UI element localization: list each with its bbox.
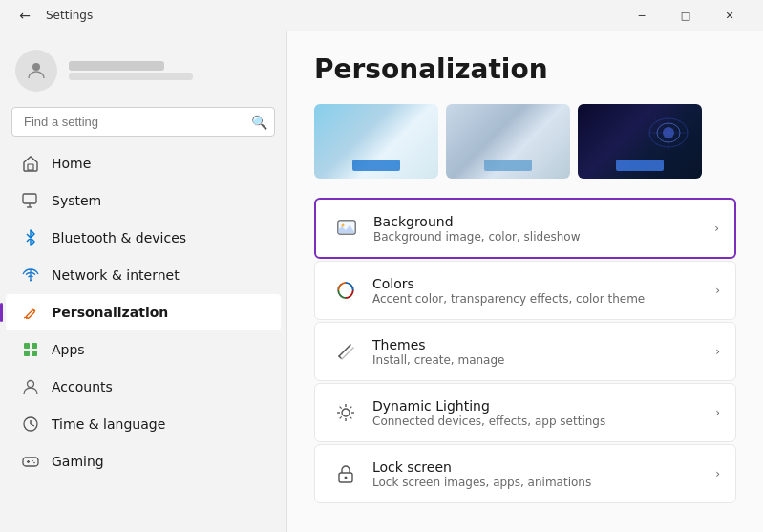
theme-thumb-dark[interactable] [578, 104, 702, 179]
theme-thumb-light[interactable] [314, 104, 438, 179]
svg-point-5 [30, 280, 32, 282]
user-info [69, 61, 193, 80]
close-button[interactable]: ✕ [708, 0, 752, 31]
background-desc: Background image, color, slideshow [373, 230, 714, 244]
dynamic-lighting-desc: Connected devices, effects, app settings [372, 415, 715, 428]
sidebar: 🔍 Home [0, 31, 286, 532]
svg-rect-8 [24, 343, 30, 349]
theme-thumbnails [314, 104, 736, 179]
apps-label: Apps [52, 342, 85, 357]
lock-screen-chevron: › [715, 467, 720, 480]
bluetooth-label: Bluetooth & devices [52, 230, 186, 245]
background-chevron: › [714, 222, 719, 235]
background-title: Background [373, 214, 714, 229]
svg-point-32 [342, 409, 350, 416]
minimize-button[interactable]: ─ [620, 0, 664, 31]
svg-point-20 [33, 462, 35, 464]
sidebar-item-bluetooth[interactable]: Bluetooth & devices [6, 220, 281, 256]
sidebar-nav: Home System [0, 145, 286, 479]
lock-screen-text: Lock screen Lock screen images, apps, an… [372, 459, 715, 489]
time-label: Time & language [52, 416, 165, 432]
app-title: Settings [46, 9, 93, 22]
theme-thumb-gray[interactable] [446, 104, 570, 179]
svg-line-38 [350, 416, 351, 418]
svg-point-19 [32, 460, 33, 462]
user-name-placeholder [69, 61, 164, 71]
titlebar: ← Settings ─ □ ✕ [0, 0, 763, 31]
svg-point-30 [342, 224, 345, 227]
settings-item-themes[interactable]: Themes Install, create, manage › [314, 322, 736, 381]
accounts-label: Accounts [52, 379, 113, 394]
system-label: System [52, 193, 101, 208]
colors-text: Colors Accent color, transparency effect… [372, 276, 715, 306]
themes-icon [330, 336, 361, 367]
colors-chevron: › [715, 284, 720, 297]
app-body: 🔍 Home [0, 31, 763, 532]
sidebar-item-time[interactable]: Time & language [6, 406, 281, 442]
network-icon [21, 266, 40, 285]
apps-icon [21, 340, 40, 359]
settings-item-lock-screen[interactable]: Lock screen Lock screen images, apps, an… [314, 444, 736, 503]
lock-screen-icon [330, 458, 361, 489]
avatar [15, 50, 57, 92]
search-icon: 🔍 [251, 115, 267, 130]
settings-item-dynamic-lighting[interactable]: Dynamic Lighting Connected devices, effe… [314, 383, 736, 442]
personalization-icon [21, 303, 40, 322]
sidebar-item-system[interactable]: System [6, 182, 281, 219]
sidebar-item-accounts[interactable]: Accounts [6, 369, 281, 405]
time-icon [21, 415, 40, 434]
user-profile[interactable] [0, 38, 286, 107]
main-content: Personalization [287, 31, 763, 532]
search-container: 🔍 [0, 107, 286, 144]
search-input[interactable] [11, 107, 275, 137]
dynamic-lighting-text: Dynamic Lighting Connected devices, effe… [372, 398, 715, 428]
system-icon [21, 191, 40, 210]
sidebar-item-gaming[interactable]: Gaming [6, 443, 281, 479]
svg-line-39 [350, 407, 351, 409]
bluetooth-icon [21, 228, 40, 247]
user-email-placeholder [69, 73, 193, 80]
svg-line-37 [340, 407, 342, 409]
dynamic-lighting-icon [330, 397, 361, 428]
home-icon [21, 154, 40, 173]
search-wrapper: 🔍 [11, 107, 275, 137]
colors-title: Colors [372, 276, 715, 291]
sidebar-item-home[interactable]: Home [6, 145, 281, 181]
svg-rect-9 [32, 343, 37, 349]
dynamic-lighting-chevron: › [715, 406, 720, 419]
svg-line-40 [340, 416, 342, 418]
lock-screen-title: Lock screen [372, 459, 715, 475]
svg-rect-16 [23, 458, 38, 466]
maximize-button[interactable]: □ [664, 0, 708, 31]
themes-title: Themes [372, 337, 715, 352]
background-icon [331, 213, 362, 244]
colors-desc: Accent color, transparency effects, colo… [372, 292, 715, 306]
gaming-label: Gaming [52, 454, 104, 469]
svg-rect-11 [32, 351, 37, 356]
back-button[interactable]: ← [11, 2, 38, 29]
page-title: Personalization [314, 53, 736, 85]
settings-item-colors[interactable]: Colors Accent color, transparency effect… [314, 261, 736, 320]
sidebar-item-personalization[interactable]: Personalization [6, 294, 281, 330]
back-icon: ← [19, 8, 31, 23]
svg-line-15 [31, 424, 34, 426]
gaming-icon [21, 452, 40, 471]
settings-item-background[interactable]: Background Background image, color, slid… [314, 198, 736, 259]
svg-rect-2 [23, 194, 36, 203]
svg-point-0 [32, 63, 40, 71]
svg-rect-10 [24, 351, 30, 356]
svg-rect-1 [28, 164, 33, 170]
home-label: Home [52, 156, 91, 171]
svg-point-42 [345, 477, 348, 479]
window-controls: ─ □ ✕ [620, 0, 752, 31]
colors-icon [330, 275, 361, 306]
sidebar-item-network[interactable]: Network & internet [6, 257, 281, 293]
svg-point-12 [28, 381, 34, 388]
personalization-label: Personalization [52, 305, 168, 320]
themes-chevron: › [715, 345, 720, 358]
themes-desc: Install, create, manage [372, 353, 715, 367]
bloom-decoration [645, 114, 692, 152]
accounts-icon [21, 377, 40, 396]
settings-list: Background Background image, color, slid… [314, 198, 736, 503]
sidebar-item-apps[interactable]: Apps [6, 331, 281, 368]
